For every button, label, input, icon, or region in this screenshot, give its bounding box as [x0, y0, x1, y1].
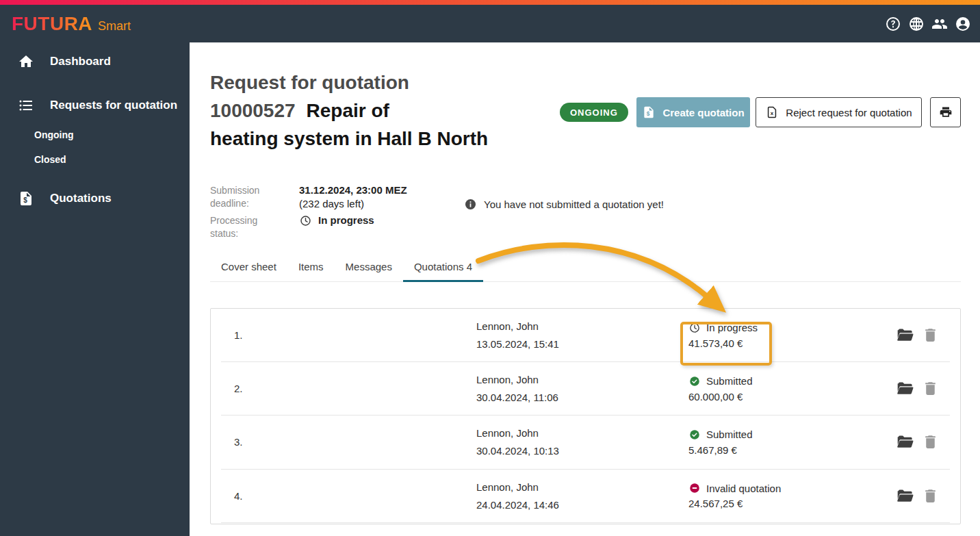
row-status: Submitted	[706, 375, 753, 387]
row-amount: 5.467,89 €	[688, 444, 894, 456]
list-icon	[18, 97, 34, 114]
row-actions	[896, 326, 950, 344]
row-status: Submitted	[706, 429, 753, 440]
sidebar-item-requests[interactable]: Requests for quotation	[0, 88, 190, 123]
row-status: Invalid quotation	[706, 483, 781, 494]
row-index: 4.	[221, 490, 476, 502]
row-author-cell: Lennon, John 30.04.2024, 10:13	[476, 427, 688, 457]
sidebar-item-label: Requests for quotation	[50, 99, 177, 112]
account-icon[interactable]	[955, 16, 971, 32]
brand-suffix: Smart	[98, 19, 131, 34]
row-date: 30.04.2024, 11:06	[476, 392, 688, 403]
check-circle-icon	[688, 429, 701, 441]
tab-bar: Cover sheet Items Messages Quotations 4	[210, 255, 961, 282]
open-folder-icon[interactable]	[896, 433, 914, 451]
trash-icon[interactable]	[922, 487, 939, 505]
row-amount: 60.000,00 €	[688, 391, 894, 403]
info-icon	[464, 198, 477, 211]
row-index: 1.	[221, 329, 476, 341]
submission-deadline-label: Submission deadline:	[210, 184, 285, 210]
open-folder-icon[interactable]	[896, 487, 914, 505]
page-title-subject-line1: Repair of	[307, 100, 389, 121]
info-message: You have not submitted a quotation yet!	[464, 198, 664, 211]
check-circle-icon	[688, 375, 701, 387]
sidebar-item-quotations[interactable]: $ Quotations	[0, 181, 190, 216]
clock-icon	[299, 214, 312, 227]
row-actions	[896, 487, 950, 505]
row-actions	[896, 433, 950, 451]
trash-icon[interactable]	[922, 433, 939, 450]
submission-deadline-value: 31.12.2024, 23:00 MEZ (232 days left)	[299, 183, 407, 211]
row-actions	[896, 379, 950, 398]
top-accent-stripe	[0, 0, 980, 5]
row-author-cell: Lennon, John 13.05.2024, 15:41	[476, 320, 688, 350]
row-date: 24.04.2024, 14:46	[476, 499, 688, 511]
row-date: 30.04.2024, 10:13	[476, 445, 688, 457]
help-icon[interactable]	[885, 16, 901, 32]
row-index: 3.	[221, 436, 476, 448]
tab-cover-sheet[interactable]: Cover sheet	[210, 255, 287, 281]
quotations-card: 1. Lennon, John 13.05.2024, 15:41 In pro…	[210, 308, 961, 524]
quote-document-icon: $	[642, 105, 656, 119]
sidebar-item-dashboard[interactable]: Dashboard	[0, 44, 190, 79]
quote-document-icon: $	[18, 190, 34, 207]
tab-messages[interactable]: Messages	[335, 255, 403, 281]
main-content: Request for quotation 10000527Repair of …	[190, 42, 980, 536]
row-status-cell: In progress 41.573,40 €	[688, 322, 894, 349]
globe-icon[interactable]	[908, 16, 925, 32]
quotation-row-3: 3. Lennon, John 30.04.2024, 10:13 Submit…	[221, 416, 950, 469]
svg-text:$: $	[23, 196, 27, 204]
trash-icon[interactable]	[922, 327, 939, 344]
app-header: FUTURA Smart	[0, 5, 980, 42]
home-icon	[18, 53, 34, 70]
row-status: In progress	[706, 322, 758, 333]
row-author: Lennon, John	[476, 374, 688, 385]
row-author: Lennon, John	[476, 320, 688, 332]
svg-text:x: x	[771, 110, 774, 116]
page-title-number: 10000527	[210, 100, 296, 121]
quotation-row-4: 4. Lennon, John 24.04.2024, 14:46 Invali…	[221, 470, 950, 523]
row-status-cell: Submitted 5.467,89 €	[688, 429, 894, 456]
svg-text:$: $	[647, 110, 650, 117]
page-title: Request for quotation 10000527Repair of …	[210, 68, 525, 153]
row-author: Lennon, John	[476, 427, 688, 439]
processing-status-value: In progress	[299, 214, 374, 227]
sidebar-item-ongoing[interactable]: Ongoing	[0, 123, 190, 147]
row-date: 13.05.2024, 15:41	[476, 338, 688, 350]
trash-icon[interactable]	[922, 380, 939, 397]
users-icon[interactable]	[931, 16, 948, 32]
reject-request-button[interactable]: x Reject request for quotation	[756, 97, 922, 127]
row-index: 2.	[221, 383, 476, 394]
status-badge: ONGOING	[560, 103, 628, 122]
brand-name: FUTURA	[12, 13, 92, 35]
sidebar-item-label: Dashboard	[50, 55, 111, 68]
row-author-cell: Lennon, John 24.04.2024, 14:46	[476, 481, 688, 511]
row-amount: 41.573,40 €	[688, 337, 894, 349]
row-author-cell: Lennon, John 30.04.2024, 11:06	[476, 374, 688, 403]
quotation-row-2: 2. Lennon, John 30.04.2024, 11:06 Submit…	[221, 362, 950, 416]
open-folder-icon[interactable]	[896, 326, 914, 344]
sidebar: Dashboard Requests for quotation Ongoing…	[0, 42, 190, 536]
sidebar-item-label: Quotations	[50, 192, 112, 205]
tab-quotations[interactable]: Quotations 4	[403, 255, 483, 281]
print-icon	[939, 105, 953, 119]
page-title-subject-line2: heating system in Hall B North	[210, 128, 488, 149]
row-status-cell: Invalid quotation 24.567,25 €	[688, 482, 894, 509]
quotation-row-1: 1. Lennon, John 13.05.2024, 15:41 In pro…	[221, 309, 950, 362]
row-author: Lennon, John	[476, 481, 688, 493]
tab-items[interactable]: Items	[287, 255, 335, 281]
sidebar-item-closed[interactable]: Closed	[0, 147, 190, 172]
open-folder-icon[interactable]	[896, 379, 914, 398]
row-amount: 24.567,25 €	[688, 498, 894, 509]
reject-document-icon: x	[765, 105, 779, 119]
page-title-text: Request for quotation	[210, 72, 409, 93]
processing-status-label: Processing status:	[210, 214, 285, 240]
brand-logo: FUTURA Smart	[12, 13, 131, 35]
row-status-cell: Submitted 60.000,00 €	[688, 375, 894, 403]
create-quotation-button[interactable]: $ Create quotation	[636, 97, 750, 127]
minus-circle-icon	[688, 482, 701, 494]
clock-icon	[688, 322, 701, 334]
header-icon-group	[885, 16, 971, 32]
print-button[interactable]	[930, 97, 961, 127]
